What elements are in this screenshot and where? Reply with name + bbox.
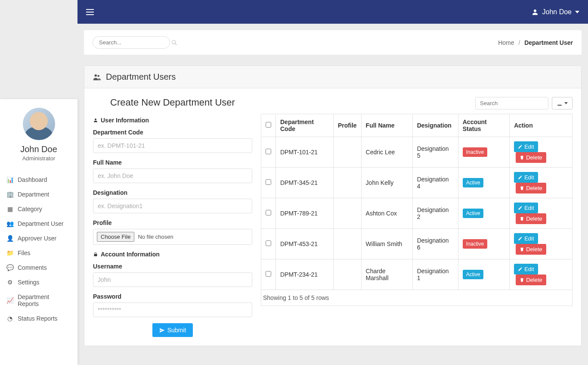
building-icon: 🏢: [6, 191, 13, 198]
svg-point-0: [534, 9, 536, 12]
bar-chart-icon: 📈: [6, 297, 13, 304]
th-profile[interactable]: Profile: [334, 114, 362, 137]
chevron-down-icon: [564, 102, 568, 104]
delete-button[interactable]: Delete: [516, 183, 546, 193]
sidebar-item-label: Department: [18, 191, 49, 198]
row-checkbox[interactable]: [266, 271, 271, 277]
submit-button[interactable]: Submit: [152, 323, 193, 337]
panel-header: Department Users: [84, 66, 581, 88]
status-badge: Active: [463, 270, 484, 279]
edit-button[interactable]: Edit: [514, 203, 538, 213]
user-icon: 👤: [6, 235, 13, 242]
table-row: DPMT-345-21John KellyDesignation 4Active…: [261, 168, 573, 198]
folder-icon: 📁: [6, 250, 13, 256]
cell-action: EditDelete: [510, 259, 573, 290]
edit-button[interactable]: Edit: [514, 141, 538, 152]
delete-button[interactable]: Delete: [516, 275, 546, 285]
lock-icon: [93, 252, 98, 257]
pencil-icon: [518, 144, 523, 149]
export-button[interactable]: [552, 97, 573, 109]
cell-designation: Designation 6: [412, 229, 458, 259]
sidebar-item-label: Status Reports: [18, 315, 58, 322]
dept-code-input[interactable]: [93, 138, 252, 153]
th-dept-code[interactable]: Department Code: [276, 114, 334, 137]
row-checkbox[interactable]: [266, 240, 271, 246]
svg-point-5: [95, 119, 96, 120]
status-badge: Inactive: [463, 239, 487, 249]
th-status[interactable]: Account Status: [458, 114, 509, 137]
profile-name: John Doe: [4, 144, 73, 154]
fullname-input[interactable]: [93, 168, 252, 183]
password-label: Password: [93, 293, 252, 300]
users-table-section: Department Code Profile Full Name Design…: [261, 97, 573, 337]
username-input[interactable]: [93, 272, 252, 287]
search-icon[interactable]: [171, 40, 177, 46]
th-fullname[interactable]: Full Name: [361, 114, 412, 137]
breadcrumb-home[interactable]: Home: [498, 39, 514, 46]
form-title: Create New Department User: [93, 97, 252, 108]
designation-label: Designation: [93, 189, 252, 196]
delete-button[interactable]: Delete: [516, 213, 546, 224]
row-checkbox[interactable]: [266, 179, 271, 185]
user-menu[interactable]: John Doe: [531, 8, 580, 16]
sidebar-item-department[interactable]: 🏢Department: [0, 187, 77, 202]
users-table: Department Code Profile Full Name Design…: [261, 114, 573, 290]
th-designation[interactable]: Designation: [412, 114, 458, 137]
cell-fullname: Charde Marshall: [361, 259, 412, 290]
table-header-row: Department Code Profile Full Name Design…: [261, 114, 573, 137]
sidebar-item-label: Approver User: [18, 235, 56, 242]
delete-button[interactable]: Delete: [516, 152, 546, 163]
cell-dept-code: DPMT-789-21: [276, 198, 334, 229]
svg-point-4: [97, 75, 99, 77]
chevron-down-icon: [575, 11, 579, 13]
cell-profile: [334, 137, 362, 168]
table-search-input[interactable]: [475, 97, 548, 109]
password-input[interactable]: [93, 303, 252, 317]
breadcrumb-separator: /: [518, 39, 520, 46]
row-checkbox[interactable]: [266, 210, 271, 215]
designation-input[interactable]: [93, 199, 252, 213]
table-footer: Showing 1 to 5 of 5 rows: [261, 290, 573, 306]
section-account-info: Account Information: [93, 251, 252, 258]
sidebar-item-dashboard[interactable]: 📊Dashboard: [0, 172, 77, 187]
sidebar-item-department-user[interactable]: 👥Department User: [0, 216, 77, 231]
trash-icon: [520, 216, 524, 221]
sidebar-item-department-reports[interactable]: 📈Department Reports: [0, 290, 77, 311]
sidebar-item-approver-user[interactable]: 👤Approver User: [0, 231, 77, 246]
sidebar-item-files[interactable]: 📁Files: [0, 246, 77, 260]
dashboard-icon: 📊: [6, 176, 13, 183]
sidebar-item-label: Department User: [18, 220, 64, 227]
select-all-checkbox[interactable]: [266, 122, 271, 128]
sidebar-item-settings[interactable]: ⚙Settings: [0, 275, 77, 290]
pencil-icon: [518, 206, 523, 210]
sidebar-item-category[interactable]: ▦Category: [0, 202, 77, 216]
sidebar-item-label: Settings: [18, 279, 40, 286]
cell-fullname: John Kelly: [361, 168, 412, 198]
cell-action: EditDelete: [510, 137, 573, 168]
breadcrumb: Home / Department User: [498, 39, 573, 46]
pencil-icon: [518, 236, 523, 241]
trash-icon: [520, 186, 524, 190]
row-checkbox[interactable]: [266, 149, 271, 154]
th-action[interactable]: Action: [510, 114, 573, 137]
sidebar-menu: 📊Dashboard 🏢Department ▦Category 👥Depart…: [0, 168, 77, 330]
profile-label: Profile: [93, 219, 252, 226]
menu-toggle-button[interactable]: [86, 9, 94, 15]
edit-button[interactable]: Edit: [514, 264, 538, 275]
sidebar-item-comments[interactable]: 💬Comments: [0, 260, 77, 275]
cell-status: Active: [458, 168, 509, 198]
sidebar-item-status-reports[interactable]: ◔Status Reports: [0, 311, 77, 326]
svg-rect-6: [94, 254, 97, 256]
edit-button[interactable]: Edit: [514, 233, 538, 244]
trash-icon: [520, 247, 524, 252]
search-input[interactable]: [99, 39, 171, 46]
cell-designation: Designation 1: [412, 259, 458, 290]
choose-file-button[interactable]: Choose File: [97, 232, 134, 242]
toolbar: Home / Department User: [84, 30, 582, 55]
sidebar-item-label: Category: [18, 206, 42, 212]
sidebar-item-label: Department Reports: [18, 293, 71, 307]
edit-button[interactable]: Edit: [514, 172, 538, 183]
delete-button[interactable]: Delete: [516, 244, 546, 255]
cell-profile: [334, 229, 362, 259]
profile-file-input[interactable]: Choose File No file chosen: [93, 229, 252, 245]
